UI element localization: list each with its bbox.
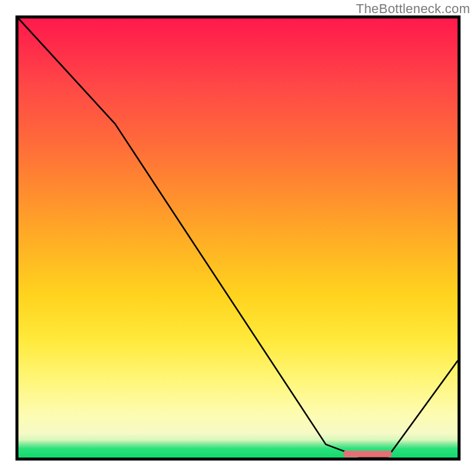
bottleneck-curve bbox=[18, 18, 458, 458]
optimal-range-marker bbox=[343, 451, 392, 458]
plot-overlay bbox=[18, 18, 458, 458]
chart-container: TheBottleneck.com bbox=[0, 0, 476, 476]
attribution-label: TheBottleneck.com bbox=[356, 1, 470, 17]
plot-frame bbox=[15, 15, 461, 461]
